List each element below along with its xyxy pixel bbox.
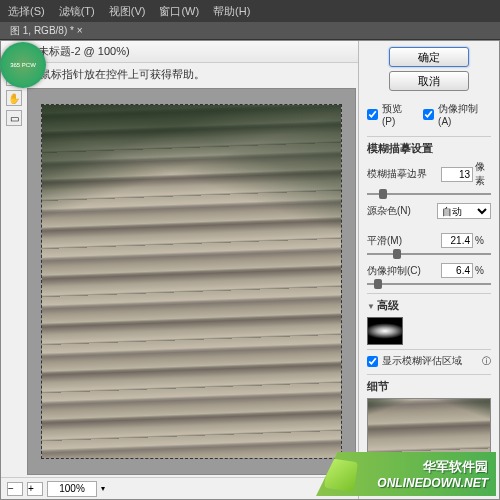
show-regions-label: 显示模糊评估区域 (382, 354, 462, 368)
hint-text: 将鼠标指针放在控件上可获得帮助。 (1, 63, 358, 86)
smooth-input[interactable] (441, 233, 473, 248)
ok-button[interactable]: 确定 (389, 47, 469, 67)
noise-select[interactable]: 自动 (437, 203, 491, 219)
preview-canvas-area[interactable] (27, 88, 356, 475)
zoom-dropdown-icon[interactable]: ▾ (101, 484, 105, 493)
app-menubar: 选择(S) 滤镜(T) 视图(V) 窗口(W) 帮助(H) (0, 0, 500, 22)
bounds-label: 模糊描摹边界 (367, 167, 441, 181)
menu-help[interactable]: 帮助(H) (213, 4, 250, 19)
artifact-sup-input[interactable] (441, 263, 473, 278)
dialog-title: 防抖 (未标题-2 @ 100%) (1, 41, 358, 63)
section-advanced[interactable]: 高级 (367, 293, 491, 313)
menu-window[interactable]: 窗口(W) (159, 4, 199, 19)
shake-reduction-dialog: 防抖 (未标题-2 @ 100%) 将鼠标指针放在控件上可获得帮助。 🔍 ✋ ▭… (0, 40, 500, 500)
noise-label: 源杂色(N) (367, 204, 437, 218)
section-blur-trace: 模糊描摹设置 (367, 136, 491, 156)
artifact-checkbox[interactable] (423, 109, 434, 120)
preview-image (41, 104, 342, 458)
preview-checkbox-row[interactable]: 预览(P) (367, 102, 415, 127)
artifact-sup-unit: % (473, 265, 491, 276)
smooth-unit: % (473, 235, 491, 246)
smooth-label: 平滑(M) (367, 234, 441, 248)
menu-filter[interactable]: 滤镜(T) (59, 4, 95, 19)
show-regions-row[interactable]: 显示模糊评估区域 ⓘ (367, 349, 491, 368)
zoom-in-button[interactable]: + (27, 482, 43, 496)
cancel-button[interactable]: 取消 (389, 71, 469, 91)
bounds-slider[interactable] (367, 191, 491, 197)
bounds-input[interactable] (441, 167, 473, 182)
artifact-checkbox-row[interactable]: 伪像抑制(A) (423, 102, 491, 127)
info-icon[interactable]: ⓘ (482, 355, 491, 368)
blur-kernel-thumbnail[interactable] (367, 317, 403, 345)
menu-view[interactable]: 视图(V) (109, 4, 146, 19)
smooth-slider[interactable] (367, 251, 491, 257)
preview-checkbox-label: 预览(P) (382, 102, 415, 127)
hand-tool-icon[interactable]: ✋ (6, 90, 22, 106)
zoom-field[interactable] (47, 481, 97, 497)
preview-footer: − + ▾ (1, 477, 358, 499)
show-regions-checkbox[interactable] (367, 356, 378, 367)
section-detail: 细节 (367, 374, 491, 394)
artifact-slider[interactable] (367, 281, 491, 287)
menu-select[interactable]: 选择(S) (8, 4, 45, 19)
artifact-checkbox-label: 伪像抑制(A) (438, 102, 491, 127)
preview-pane: 防抖 (未标题-2 @ 100%) 将鼠标指针放在控件上可获得帮助。 🔍 ✋ ▭… (1, 41, 359, 499)
region-tool-icon[interactable]: ▭ (6, 110, 22, 126)
zoom-out-button[interactable]: − (7, 482, 23, 496)
document-tab[interactable]: 图 1, RGB/8) * × (0, 22, 500, 40)
controls-pane: 确定 取消 预览(P) 伪像抑制(A) 模糊描摹设置 模糊描摹边界 (359, 41, 499, 499)
corner-badge: 365 PCW (0, 42, 46, 88)
artifact-sup-label: 伪像抑制(C) (367, 264, 441, 278)
detail-loupe[interactable] (367, 398, 491, 454)
preview-checkbox[interactable] (367, 109, 378, 120)
bounds-unit: 像素 (473, 160, 491, 188)
